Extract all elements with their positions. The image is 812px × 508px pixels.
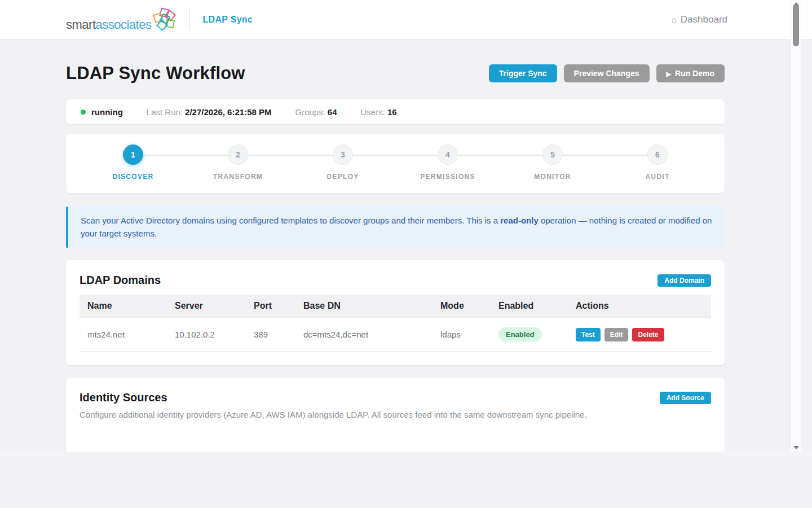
- scrollbar-thumb[interactable]: [793, 5, 799, 46]
- add-source-button[interactable]: Add Source: [660, 392, 711, 404]
- cell-base-dn: dc=mts24,dc=net: [295, 318, 433, 352]
- info-text-before: Scan your Active Directory domains using…: [81, 216, 500, 225]
- col-header-port: Port: [246, 295, 295, 318]
- groups-label: Groups:: [295, 107, 325, 117]
- col-header-name: Name: [80, 295, 167, 318]
- users-label: Users:: [361, 107, 385, 117]
- trigger-sync-button[interactable]: Trigger Sync: [489, 64, 557, 82]
- step-label-monitor: MONITOR: [534, 173, 571, 181]
- status-bar: running Last Run:2/27/2026, 6:21:58 PM G…: [66, 99, 725, 124]
- step-deploy[interactable]: 3 DEPLOY: [290, 144, 395, 181]
- cell-mode: ldaps: [433, 318, 491, 352]
- page-actions: Trigger Sync Preview Changes ▶Run Demo: [489, 64, 725, 82]
- status-state: running: [91, 107, 123, 117]
- step-monitor[interactable]: 5 MONITOR: [500, 144, 605, 181]
- logo-text-associates: associates: [96, 17, 152, 32]
- users-value: 16: [387, 107, 397, 117]
- add-domain-button[interactable]: Add Domain: [657, 274, 711, 287]
- ldap-domains-title: LDAP Domains: [80, 274, 161, 287]
- cell-port: 389: [246, 318, 295, 352]
- brand-logo[interactable]: smartassociates: [66, 6, 177, 33]
- ldap-domains-card: LDAP Domains Add Domain Name Server Port…: [66, 260, 725, 365]
- enabled-badge: Enabled: [498, 327, 542, 341]
- identity-sources-description: Configure additional identity providers …: [80, 410, 711, 419]
- cell-server: 10.102.0.2: [167, 318, 246, 352]
- preview-changes-button[interactable]: Preview Changes: [564, 64, 650, 82]
- last-run-value: 2/27/2026, 6:21:58 PM: [185, 107, 271, 117]
- workflow-stepper: 1 DISCOVER 2 TRANSFORM 3 DEPLOY 4 PERMIS…: [66, 134, 725, 193]
- step-circle-3: 3: [333, 144, 353, 165]
- step-transform[interactable]: 2 TRANSFORM: [186, 144, 290, 181]
- groups-count: Groups:64: [295, 107, 337, 117]
- step-label-discover: DISCOVER: [112, 173, 153, 181]
- col-header-mode: Mode: [433, 295, 491, 318]
- groups-value: 64: [328, 107, 337, 117]
- users-count: Users:16: [361, 107, 397, 117]
- logo-flower-icon: [151, 6, 177, 33]
- col-header-enabled: Enabled: [491, 295, 568, 318]
- play-icon: ▶: [667, 71, 671, 77]
- step-audit[interactable]: 6 AUDIT: [605, 144, 710, 181]
- main-content: LDAP Sync Workflow Trigger Sync Preview …: [66, 63, 725, 452]
- dashboard-link[interactable]: ⌂ Dashboard: [672, 14, 727, 25]
- identity-sources-card: Identity Sources Add Source Configure ad…: [66, 378, 725, 452]
- step-circle-4: 4: [438, 144, 458, 165]
- cell-actions: Test Edit Delete: [568, 318, 711, 352]
- info-text-bold: read-only: [500, 216, 539, 225]
- ldap-domains-table: Name Server Port Base DN Mode Enabled Ac…: [80, 295, 711, 352]
- run-demo-button[interactable]: ▶Run Demo: [656, 64, 725, 82]
- cell-enabled: Enabled: [491, 318, 568, 352]
- table-row: mts24.net 10.102.0.2 389 dc=mts24,dc=net…: [80, 318, 711, 352]
- dashboard-link-label: Dashboard: [681, 14, 727, 25]
- logo-wordmark: smartassociates: [66, 19, 151, 33]
- last-run-label: Last Run:: [147, 107, 183, 117]
- step-permissions[interactable]: 4 PERMISSIONS: [395, 144, 500, 181]
- delete-button[interactable]: Delete: [632, 328, 664, 341]
- discover-info-banner: Scan your Active Directory domains using…: [66, 207, 725, 248]
- step-circle-5: 5: [542, 144, 563, 165]
- step-circle-6: 6: [647, 144, 668, 165]
- col-header-actions: Actions: [568, 295, 711, 318]
- table-header-row: Name Server Port Base DN Mode Enabled Ac…: [80, 295, 711, 318]
- logo-text-smart: smart: [66, 17, 96, 32]
- home-icon: ⌂: [672, 15, 677, 24]
- edit-button[interactable]: Edit: [604, 328, 629, 341]
- step-discover[interactable]: 1 DISCOVER: [81, 144, 186, 181]
- last-run: Last Run:2/27/2026, 6:21:58 PM: [147, 107, 272, 117]
- step-circle-1: 1: [123, 144, 143, 165]
- identity-sources-title: Identity Sources: [80, 391, 167, 404]
- browser-viewport: smartassociates LDAP Sync ⌂ Dashboard LD…: [0, 0, 812, 452]
- run-demo-label: Run Demo: [675, 69, 714, 78]
- page-title: LDAP Sync Workflow: [66, 63, 245, 84]
- scrollbar-down-arrow-icon[interactable]: [793, 446, 799, 449]
- vertical-scrollbar[interactable]: [791, 0, 801, 452]
- step-label-audit: AUDIT: [645, 173, 669, 181]
- col-header-server: Server: [167, 295, 246, 318]
- step-label-permissions: PERMISSIONS: [420, 173, 475, 181]
- app-header: smartassociates LDAP Sync ⌂ Dashboard: [0, 0, 812, 40]
- test-button[interactable]: Test: [576, 328, 601, 341]
- app-title: LDAP Sync: [202, 15, 253, 25]
- step-circle-2: 2: [228, 144, 248, 165]
- step-label-deploy: DEPLOY: [326, 173, 359, 181]
- status-dot-icon: [81, 110, 86, 115]
- step-label-transform: TRANSFORM: [213, 173, 263, 181]
- col-header-base-dn: Base DN: [295, 295, 433, 318]
- cell-name: mts24.net: [80, 318, 167, 352]
- header-divider: [189, 9, 190, 30]
